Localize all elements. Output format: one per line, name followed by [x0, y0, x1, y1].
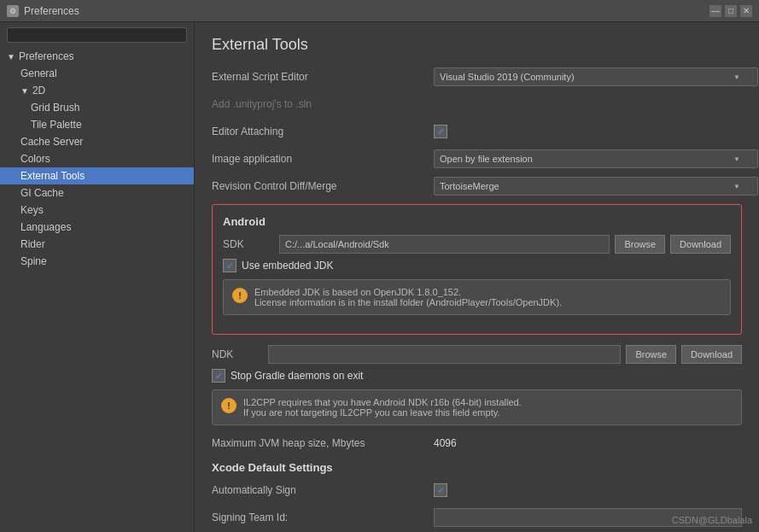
use-embedded-jdk-row: ✔ Use embedded JDK	[223, 259, 731, 272]
sidebar-item-keys[interactable]: Keys	[0, 202, 194, 219]
editor-attaching-row: Editor Attaching ✔	[212, 122, 742, 141]
use-embedded-jdk-checkbox[interactable]: ✔	[223, 259, 236, 272]
sidebar-item-gi-cache[interactable]: GI Cache	[0, 184, 194, 202]
sidebar-item-external-tools[interactable]: External Tools	[0, 167, 194, 184]
ndk-info-box: ! IL2CPP requires that you have Android …	[212, 389, 742, 425]
sidebar-item-preferences[interactable]: ▼ Preferences	[0, 48, 194, 65]
max-jvm-value: 4096	[434, 437, 457, 449]
xcode-section-title: Xcode Default Settings	[212, 461, 742, 474]
sdk-download-button[interactable]: Download	[670, 235, 731, 254]
title-bar-text: Preferences	[24, 5, 79, 17]
android-section: Android SDK Browse Download ✔ Use embedd…	[212, 204, 742, 335]
close-button[interactable]: ✕	[740, 5, 752, 17]
stop-gradle-checkbox[interactable]: ✔	[212, 369, 225, 383]
sdk-row: SDK Browse Download	[223, 235, 731, 254]
sdk-path-input[interactable]	[279, 235, 610, 254]
sidebar-item-spine[interactable]: Spine	[0, 253, 194, 270]
chevron-down-icon-2d: ▼	[20, 86, 29, 96]
sdk-browse-button[interactable]: Browse	[615, 235, 665, 254]
sidebar-item-2d[interactable]: ▼ 2D	[0, 82, 194, 99]
image-application-select[interactable]: Open by file extension ▼	[434, 149, 758, 168]
revision-control-control: TortoiseMerge ▼	[434, 177, 758, 196]
minimize-button[interactable]: —	[709, 5, 721, 17]
title-bar-controls: — □ ✕	[709, 5, 752, 17]
info-icon-jdk: !	[232, 288, 248, 303]
ndk-download-button[interactable]: Download	[681, 345, 742, 364]
external-script-editor-select[interactable]: Visual Studio 2019 (Community) ▼	[434, 67, 758, 86]
signing-team-label: Signing Team Id:	[212, 512, 434, 523]
app-icon: ⚙	[7, 5, 19, 17]
external-script-editor-control: Visual Studio 2019 (Community) ▼	[434, 67, 758, 86]
auto-sign-row: Automatically Sign ✔	[212, 481, 742, 500]
chevron-down-icon-revision: ▼	[733, 183, 740, 190]
info-icon-ndk: !	[221, 398, 236, 413]
sidebar-item-cache-server[interactable]: Cache Server	[0, 133, 194, 150]
max-jvm-label: Maximum JVM heap size, Mbytes	[212, 437, 434, 449]
content-area: External Tools External Script Editor Vi…	[195, 22, 759, 532]
add-unityproj-row: Add .unityproj's to .sln	[212, 95, 742, 114]
editor-attaching-checkbox[interactable]: ✔	[434, 125, 447, 138]
revision-control-row: Revision Control Diff/Merge TortoiseMerg…	[212, 177, 742, 196]
add-unityproj-label: Add .unityproj's to .sln	[212, 98, 434, 110]
chevron-down-icon-script: ▼	[733, 73, 740, 81]
sdk-label: SDK	[223, 238, 274, 250]
maximize-button[interactable]: □	[725, 5, 737, 17]
ndk-info-text: IL2CPP requires that you have Android ND…	[243, 397, 522, 418]
max-jvm-control: 4096	[434, 437, 742, 449]
external-script-editor-row: External Script Editor Visual Studio 201…	[212, 67, 742, 86]
sidebar-item-tile-palette[interactable]: Tile Palette	[0, 116, 194, 133]
page-title: External Tools	[212, 36, 742, 54]
auto-sign-control: ✔	[434, 483, 742, 497]
auto-sign-checkbox[interactable]: ✔	[434, 483, 447, 497]
use-embedded-jdk-label: Use embedded JDK	[242, 260, 333, 272]
ndk-browse-button[interactable]: Browse	[626, 345, 676, 364]
revision-control-select[interactable]: TortoiseMerge ▼	[434, 177, 758, 196]
sidebar-item-languages[interactable]: Languages	[0, 219, 194, 236]
signing-team-row: Signing Team Id:	[212, 508, 742, 527]
editor-attaching-control: ✔	[434, 125, 742, 138]
sidebar-search-container	[0, 22, 194, 48]
ndk-row: NDK Browse Download	[212, 345, 742, 364]
sidebar-item-general[interactable]: General	[0, 65, 194, 82]
sidebar: ▼ Preferences General ▼ 2D Grid Brush Ti…	[0, 22, 195, 532]
chevron-down-icon: ▼	[7, 52, 15, 61]
main-layout: ▼ Preferences General ▼ 2D Grid Brush Ti…	[0, 22, 759, 532]
chevron-down-icon-image: ▼	[733, 155, 740, 163]
sidebar-item-rider[interactable]: Rider	[0, 236, 194, 253]
android-section-title: Android	[223, 215, 731, 228]
jdk-info-box: ! Embedded JDK is based on OpenJDK 1.8.0…	[223, 279, 731, 315]
image-application-row: Image application Open by file extension…	[212, 149, 742, 168]
sidebar-item-grid-brush[interactable]: Grid Brush	[0, 99, 194, 116]
title-bar: ⚙ Preferences — □ ✕	[0, 0, 759, 22]
stop-gradle-label: Stop Gradle daemons on exit	[231, 370, 363, 382]
sidebar-search-input[interactable]	[7, 27, 187, 43]
auto-sign-label: Automatically Sign	[212, 484, 434, 496]
editor-attaching-label: Editor Attaching	[212, 126, 434, 137]
external-script-editor-label: External Script Editor	[212, 71, 434, 83]
image-application-control: Open by file extension ▼	[434, 149, 758, 168]
revision-control-label: Revision Control Diff/Merge	[212, 180, 434, 192]
stop-gradle-row: ✔ Stop Gradle daemons on exit	[212, 369, 742, 383]
jdk-info-text: Embedded JDK is based on OpenJDK 1.8.0_1…	[254, 287, 562, 307]
sidebar-item-colors[interactable]: Colors	[0, 150, 194, 167]
watermark: CSDN@GLDbalala	[672, 515, 752, 525]
ndk-label: NDK	[212, 348, 263, 360]
image-application-label: Image application	[212, 153, 434, 165]
max-jvm-row: Maximum JVM heap size, Mbytes 4096	[212, 434, 742, 453]
ndk-path-input[interactable]	[268, 345, 621, 364]
